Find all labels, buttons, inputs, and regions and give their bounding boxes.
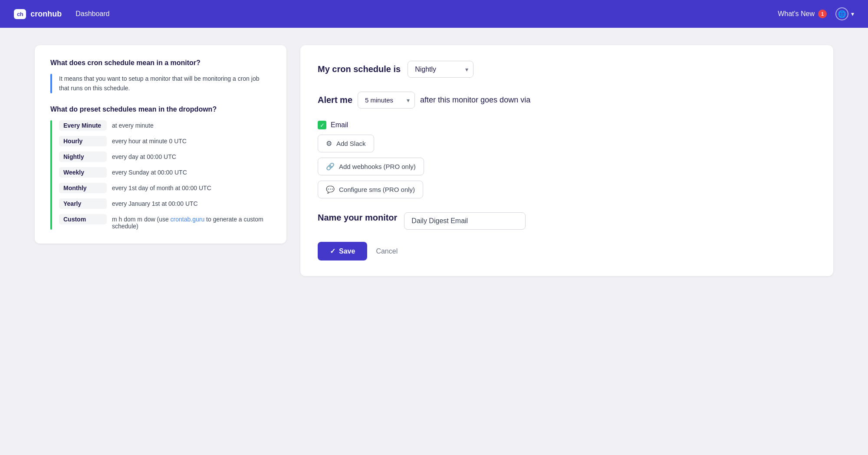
cron-schedule-row: My cron schedule is Every Minute Hourly … — [318, 61, 816, 78]
save-button[interactable]: ✓ Save — [318, 242, 367, 260]
sms-btn-label: Configure sms (PRO only) — [339, 186, 415, 193]
configure-sms-button[interactable]: 💬 Configure sms (PRO only) — [318, 181, 423, 198]
description-section: It means that you want to setup a monito… — [50, 74, 271, 93]
webhooks-btn-label: Add webhooks (PRO only) — [339, 163, 416, 170]
webhook-icon: 🔗 — [326, 162, 335, 171]
add-webhooks-button[interactable]: 🔗 Add webhooks (PRO only) — [318, 158, 424, 175]
email-checkbox[interactable]: ✓ — [318, 121, 326, 129]
schedule-label: Weekly — [59, 167, 107, 178]
schedule-desc: every hour at minute 0 UTC — [112, 138, 187, 145]
logo-mark: ch — [14, 9, 26, 19]
alert-time-select[interactable]: 1 minute 2 minutes 5 minutes 10 minutes … — [358, 92, 415, 109]
question1-title: What does cron schedule mean in a monito… — [50, 59, 271, 67]
notification-badge: 1 — [818, 10, 827, 18]
dashboard-nav-link[interactable]: Dashboard — [76, 10, 109, 18]
notification-options: ✓ Email ⚙ Add Slack 🔗 Add webhooks (PRO … — [318, 121, 816, 198]
save-btn-label: Save — [339, 247, 355, 255]
whats-new-button[interactable]: What's New 1 — [778, 10, 827, 18]
slack-btn-label: Add Slack — [336, 140, 366, 147]
gear-icon: ⚙ — [326, 139, 332, 148]
sms-icon: 💬 — [326, 185, 335, 194]
schedule-desc: every January 1st at 00:00 UTC — [112, 200, 198, 207]
left-panel: What does cron schedule mean in a monito… — [35, 45, 286, 244]
question2-title: What do preset schedules mean in the dro… — [50, 106, 271, 113]
alert-after-text: after this monitor goes down via — [420, 96, 530, 105]
globe-icon: 🌐 — [835, 7, 848, 20]
schedule-desc: m h dom m dow (use crontab.guru to gener… — [112, 216, 271, 230]
schedule-label: Every Minute — [59, 120, 107, 131]
schedule-desc: every 1st day of month at 00:00 UTC — [112, 185, 211, 191]
alert-row: Alert me 1 minute 2 minutes 5 minutes 10… — [318, 92, 816, 109]
action-row: ✓ Save Cancel — [318, 242, 816, 260]
crontab-guru-link[interactable]: crontab.guru — [171, 216, 205, 223]
header-right: What's New 1 🌐 ▾ — [778, 7, 854, 20]
schedule-desc: every Sunday at 00:00 UTC — [112, 169, 187, 176]
header: ch cronhub Dashboard What's New 1 🌐 ▾ — [0, 0, 868, 28]
schedule-desc: at every minute — [112, 122, 154, 129]
checkmark-icon: ✓ — [330, 247, 335, 255]
schedule-list: Every Minute at every minute Hourly ever… — [59, 120, 271, 230]
list-item: Monthly every 1st day of month at 00:00 … — [59, 183, 271, 193]
main-content: What does cron schedule mean in a monito… — [0, 28, 868, 293]
blue-bar — [50, 74, 52, 93]
email-option-row: ✓ Email — [318, 121, 816, 129]
description-text: It means that you want to setup a monito… — [59, 74, 271, 93]
alert-label: Alert me — [318, 95, 352, 105]
list-item: Nightly every day at 00:00 UTC — [59, 152, 271, 162]
list-item: Weekly every Sunday at 00:00 UTC — [59, 167, 271, 178]
logo-text: cronhub — [30, 10, 62, 19]
logo: ch cronhub — [14, 9, 62, 19]
list-item: Hourly every hour at minute 0 UTC — [59, 136, 271, 146]
name-row: Name your monitor — [318, 212, 816, 230]
chevron-down-icon: ▾ — [851, 10, 854, 17]
schedule-label: Yearly — [59, 198, 107, 209]
cancel-button[interactable]: Cancel — [376, 247, 398, 255]
schedule-label: Monthly — [59, 183, 107, 193]
cron-schedule-label: My cron schedule is — [318, 64, 401, 74]
green-bar — [50, 120, 52, 230]
globe-menu-button[interactable]: 🌐 ▾ — [835, 7, 854, 20]
alert-time-select-wrapper: 1 minute 2 minutes 5 minutes 10 minutes … — [358, 92, 415, 109]
name-your-monitor-label: Name your monitor — [318, 213, 397, 223]
monitor-name-input[interactable] — [404, 212, 526, 230]
schedule-desc: every day at 00:00 UTC — [112, 153, 176, 160]
cron-schedule-select[interactable]: Every Minute Hourly Nightly Weekly Month… — [408, 61, 473, 78]
schedule-label: Nightly — [59, 152, 107, 162]
schedule-label: Custom — [59, 214, 107, 224]
schedule-label: Hourly — [59, 136, 107, 146]
list-item: Every Minute at every minute — [59, 120, 271, 131]
cron-schedule-select-wrapper: Every Minute Hourly Nightly Weekly Month… — [408, 61, 473, 78]
schedule-list-section: Every Minute at every minute Hourly ever… — [50, 120, 271, 230]
whats-new-label: What's New — [778, 10, 815, 18]
add-slack-button[interactable]: ⚙ Add Slack — [318, 135, 374, 152]
email-label: Email — [331, 121, 348, 129]
right-panel: My cron schedule is Every Minute Hourly … — [300, 45, 833, 276]
list-item: Custom m h dom m dow (use crontab.guru t… — [59, 214, 271, 230]
list-item: Yearly every January 1st at 00:00 UTC — [59, 198, 271, 209]
name-section: Name your monitor — [318, 212, 816, 230]
